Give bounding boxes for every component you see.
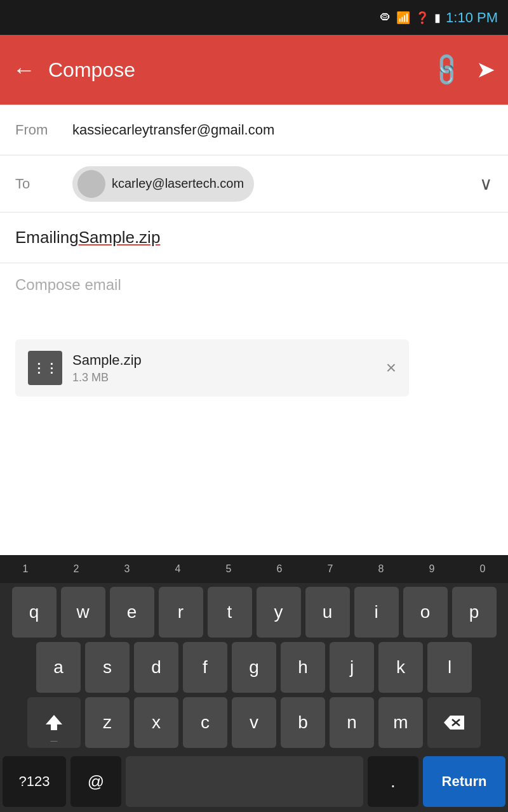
- key-u[interactable]: u: [305, 587, 350, 638]
- email-form: From kassiecarleytransfer@gmail.com To k…: [0, 105, 508, 409]
- backspace-key[interactable]: [427, 697, 481, 748]
- key-j[interactable]: j: [330, 642, 374, 693]
- app-bar: ← Compose 🔗 ➤: [0, 35, 508, 105]
- from-row: From kassiecarleytransfer@gmail.com: [0, 105, 508, 155]
- key-c[interactable]: c: [183, 697, 227, 748]
- num-key-2: 2: [51, 555, 102, 583]
- svg-marker-0: [46, 715, 62, 730]
- subject-prefix: Emailing: [15, 228, 79, 247]
- key-f[interactable]: f: [183, 642, 227, 693]
- key-d[interactable]: d: [134, 642, 178, 693]
- key-v[interactable]: v: [232, 697, 276, 748]
- key-n[interactable]: n: [330, 697, 374, 748]
- key-s[interactable]: s: [85, 642, 130, 693]
- attach-button[interactable]: 🔗: [427, 50, 467, 89]
- key-h[interactable]: h: [281, 642, 325, 693]
- send-button[interactable]: ➤: [476, 56, 495, 83]
- key-t[interactable]: t: [208, 587, 252, 638]
- keyboard-row-2: a s d f g h j k l: [3, 642, 505, 693]
- space-key[interactable]: [126, 756, 363, 807]
- attachment-card: ⋮⋮ Sample.zip 1.3 MB ×: [15, 339, 409, 396]
- keyboard-number-row: 1 2 3 4 5 6 7 8 9 0: [0, 555, 508, 583]
- return-key[interactable]: Return: [423, 756, 505, 807]
- app-bar-left: ← Compose: [13, 56, 135, 83]
- num-key-7: 7: [305, 555, 356, 583]
- battery-icon: ▮: [434, 11, 441, 25]
- body-placeholder: Compose email: [15, 276, 121, 293]
- attachment-info: Sample.zip 1.3 MB: [72, 352, 376, 384]
- wifi-icon: 📶: [396, 11, 410, 25]
- num-key-9: 9: [406, 555, 457, 583]
- key-z[interactable]: z: [85, 697, 130, 748]
- key-r[interactable]: r: [159, 587, 203, 638]
- keyboard-row-3: — z x c v b n m: [3, 697, 505, 748]
- key-x[interactable]: x: [134, 697, 178, 748]
- to-label: To: [15, 176, 72, 192]
- key-i[interactable]: i: [354, 587, 399, 638]
- keyboard-row-1: q w e r t y u i o p: [3, 587, 505, 638]
- app-bar-title: Compose: [48, 58, 135, 82]
- keyboard-bottom-row: ?123 @ . Return: [0, 756, 508, 812]
- key-y[interactable]: y: [257, 587, 301, 638]
- key-o[interactable]: o: [403, 587, 448, 638]
- num-key-3: 3: [102, 555, 152, 583]
- key-a[interactable]: a: [36, 642, 81, 693]
- status-bar: ⭖ 📶 ❓ ▮ 1:10 PM: [0, 0, 508, 35]
- period-key[interactable]: .: [368, 756, 418, 807]
- key-l[interactable]: l: [427, 642, 472, 693]
- num-key-4: 4: [152, 555, 203, 583]
- num-key-6: 6: [254, 555, 305, 583]
- signal-icon: ❓: [415, 11, 429, 25]
- recipient-chip[interactable]: kcarley@lasertech.com: [72, 166, 254, 202]
- status-time: 1:10 PM: [446, 10, 498, 26]
- key-k[interactable]: k: [378, 642, 423, 693]
- key-q[interactable]: q: [12, 587, 57, 638]
- svg-marker-1: [444, 716, 464, 730]
- num-key-8: 8: [356, 555, 406, 583]
- keyboard: 1 2 3 4 5 6 7 8 9 0 q w e r t y u i o p …: [0, 555, 508, 812]
- key-p[interactable]: p: [452, 587, 497, 638]
- subject-row[interactable]: Emailing Sample.zip: [0, 213, 508, 263]
- from-label: From: [15, 122, 72, 138]
- attachment-area: ⋮⋮ Sample.zip 1.3 MB ×: [0, 339, 508, 409]
- num-key-0: 0: [457, 555, 508, 583]
- at-key[interactable]: @: [70, 756, 121, 807]
- bluetooth-icon: ⭖: [380, 11, 391, 24]
- status-icons: ⭖ 📶 ❓ ▮ 1:10 PM: [380, 10, 498, 26]
- to-row[interactable]: To kcarley@lasertech.com ∨: [0, 155, 508, 213]
- recipient-avatar: [77, 170, 105, 198]
- symbols-key[interactable]: ?123: [3, 756, 66, 807]
- attachment-name: Sample.zip: [72, 352, 376, 369]
- expand-recipients-button[interactable]: ∨: [479, 173, 493, 194]
- subject-filename: Sample.zip: [79, 228, 161, 247]
- app-bar-actions: 🔗 ➤: [432, 56, 495, 83]
- key-b[interactable]: b: [281, 697, 325, 748]
- remove-attachment-button[interactable]: ×: [386, 358, 396, 378]
- num-key-1: 1: [0, 555, 51, 583]
- attachment-file-icon: ⋮⋮: [28, 351, 62, 385]
- recipient-email: kcarley@lasertech.com: [112, 176, 244, 191]
- back-button[interactable]: ←: [13, 56, 36, 83]
- key-w[interactable]: w: [61, 587, 105, 638]
- body-area[interactable]: Compose email: [0, 263, 508, 339]
- attachment-size: 1.3 MB: [72, 371, 376, 384]
- from-address: kassiecarleytransfer@gmail.com: [72, 122, 274, 138]
- key-m[interactable]: m: [378, 697, 423, 748]
- key-e[interactable]: e: [110, 587, 154, 638]
- shift-key[interactable]: —: [27, 697, 81, 748]
- num-key-5: 5: [203, 555, 254, 583]
- key-g[interactable]: g: [232, 642, 276, 693]
- key-rows: q w e r t y u i o p a s d f g h j k l: [0, 583, 508, 756]
